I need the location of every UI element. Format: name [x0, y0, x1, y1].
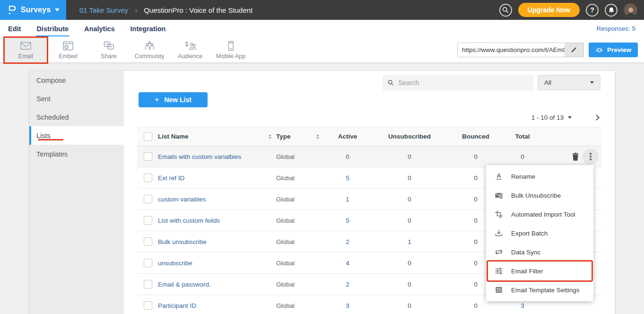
- list-name-link[interactable]: Participant ID: [158, 302, 196, 309]
- row-checkbox[interactable]: [144, 280, 152, 288]
- preview-label: Preview: [607, 46, 631, 53]
- preview-button[interactable]: Preview: [589, 43, 638, 57]
- row-checkbox[interactable]: [144, 216, 152, 225]
- type-cell: Global: [276, 174, 295, 182]
- survey-url-input[interactable]: [458, 43, 565, 57]
- type-cell: Global: [276, 281, 295, 288]
- topbar-actions: Upgrade Now ?: [499, 3, 644, 17]
- menu-item-automated-import-tool[interactable]: Automated Import Tool: [486, 205, 593, 224]
- search-button[interactable]: [499, 4, 512, 17]
- total-count: 3: [502, 302, 543, 309]
- email-template-settings-icon: [495, 286, 503, 294]
- active-count: 3: [326, 302, 369, 309]
- menu-item-rename[interactable]: A Rename: [486, 167, 593, 186]
- active-count: 4: [326, 260, 369, 267]
- menu-item-label: Data Sync: [511, 249, 540, 256]
- next-page-button[interactable]: [593, 114, 600, 121]
- sidebar-item-compose[interactable]: Compose: [29, 71, 124, 89]
- notifications-button[interactable]: [605, 4, 618, 17]
- list-name-link[interactable]: Email & password.: [158, 281, 211, 288]
- row-checkbox[interactable]: [144, 237, 152, 246]
- list-name-link[interactable]: Emails with custom varialbles: [158, 153, 241, 160]
- sort-type-icon[interactable]: [316, 134, 319, 139]
- tab-integration[interactable]: Integration: [130, 21, 166, 36]
- active-count: 2: [326, 238, 369, 245]
- sort-list-name-icon[interactable]: [269, 134, 271, 139]
- lists-toolbar: All: [124, 71, 615, 90]
- list-name-link[interactable]: List with custom feilds: [158, 217, 220, 224]
- column-header-total: Total: [502, 133, 543, 140]
- search-input[interactable]: [398, 79, 529, 87]
- sidebar-item-sent[interactable]: Sent: [29, 89, 124, 108]
- responses-count[interactable]: Responses: 5: [596, 25, 644, 32]
- row-checkbox[interactable]: [144, 152, 152, 161]
- menu-item-label: Email Template Settings: [511, 287, 580, 294]
- tab-distribute[interactable]: Distribute: [36, 21, 69, 36]
- list-name-link[interactable]: Ext ref ID: [158, 174, 184, 182]
- edit-url-button[interactable]: [565, 43, 583, 57]
- unsubscribed-count: 0: [369, 302, 450, 309]
- total-count: 0: [502, 153, 543, 160]
- unsubscribed-count: 0: [369, 260, 450, 267]
- menu-item-label: Export Batch: [511, 230, 548, 237]
- sidebar-item-label: Lists: [36, 132, 51, 140]
- menu-item-bulk-unsubscribe[interactable]: Bulk Unsubscribe: [486, 186, 593, 205]
- menu-item-email-template-settings[interactable]: Email Template Settings: [486, 280, 593, 299]
- trash-icon: [572, 152, 579, 161]
- active-count: 1: [326, 196, 369, 203]
- row-checkbox[interactable]: [144, 301, 152, 310]
- list-actions-context-menu: A Rename Bulk Unsubscribe Automated Impo…: [486, 165, 593, 301]
- sidebar-item-templates[interactable]: Templates: [29, 145, 124, 163]
- menu-item-data-sync[interactable]: Data Sync: [486, 243, 593, 262]
- menu-item-email-filter[interactable]: Email Filter: [486, 262, 593, 280]
- channel-community[interactable]: Community: [129, 37, 170, 62]
- questionpro-logo-icon: [7, 4, 17, 16]
- channel-email[interactable]: Email: [4, 37, 48, 62]
- filter-dropdown[interactable]: All: [538, 75, 600, 90]
- menu-item-label: Email Filter: [511, 268, 543, 275]
- help-button[interactable]: ?: [586, 4, 599, 17]
- list-name-link[interactable]: custom variables: [158, 196, 206, 203]
- channel-mobile-app[interactable]: Mobile App: [210, 37, 251, 62]
- chevron-down-icon: [568, 116, 572, 119]
- select-all-checkbox[interactable]: [144, 132, 152, 141]
- sidebar-item-label: Sent: [36, 95, 51, 103]
- table-header-row: List Name Type Active Unsubscribed Bounc…: [137, 127, 601, 146]
- list-name-link[interactable]: unsubscribe: [158, 260, 192, 267]
- surveys-product-menu[interactable]: Surveys: [0, 0, 66, 20]
- column-header-active: Active: [326, 133, 369, 140]
- new-list-label: New List: [164, 96, 191, 104]
- user-avatar[interactable]: [624, 3, 637, 17]
- email-filter-icon: [495, 267, 503, 275]
- pagination-range-label: 1 - 10 of 13: [531, 114, 564, 121]
- tab-analytics[interactable]: Analytics: [84, 21, 115, 36]
- email-sidebar: Compose Sent Scheduled Lists Templates: [29, 71, 124, 314]
- new-list-button[interactable]: + New List: [139, 92, 208, 107]
- type-cell: Global: [276, 238, 295, 245]
- channel-share[interactable]: Share: [88, 37, 129, 62]
- row-checkbox[interactable]: [144, 174, 152, 182]
- row-checkbox[interactable]: [144, 195, 152, 203]
- pagination-range-dropdown[interactable]: 1 - 10 of 13: [531, 114, 572, 121]
- channel-audience[interactable]: Audience: [170, 37, 210, 62]
- breadcrumb-survey-link[interactable]: 01 Take Survey: [79, 6, 128, 14]
- sidebar-item-scheduled[interactable]: Scheduled: [29, 108, 124, 126]
- rename-icon: A: [495, 172, 503, 181]
- delete-list-button[interactable]: [571, 151, 580, 162]
- search-box: [383, 75, 534, 90]
- annotation-lists-underline: [38, 139, 63, 140]
- list-name-link[interactable]: Bulk unsubscribe: [158, 238, 207, 245]
- menu-item-label: Rename: [511, 173, 535, 180]
- sidebar-item-lists[interactable]: Lists: [29, 126, 124, 145]
- survey-nav-bar: Edit Distribute Analytics Integration Re…: [0, 20, 644, 37]
- row-more-menu-button[interactable]: [583, 148, 599, 165]
- row-checkbox[interactable]: [144, 259, 152, 267]
- menu-item-export-batch[interactable]: Export Batch: [486, 224, 593, 243]
- channel-embed[interactable]: Embed: [48, 37, 88, 62]
- type-cell: Global: [276, 302, 295, 309]
- mobile-app-icon: [225, 40, 236, 52]
- upgrade-now-button[interactable]: Upgrade Now: [518, 3, 580, 17]
- questionpro-app: Surveys 01 Take Survey › QuestionPro : V…: [0, 0, 644, 314]
- product-name: Surveys: [21, 6, 51, 14]
- tab-edit[interactable]: Edit: [8, 21, 21, 36]
